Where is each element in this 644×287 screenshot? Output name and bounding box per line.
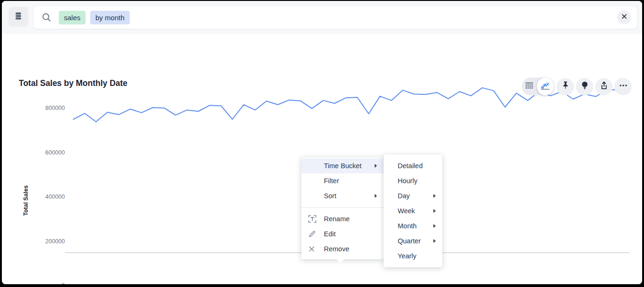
submenu-item-month[interactable]: Month bbox=[384, 218, 442, 233]
menu-divider bbox=[301, 207, 384, 208]
menu-item-label: Yearly bbox=[398, 252, 416, 260]
menu-item-time-bucket[interactable]: Time Bucket bbox=[301, 158, 384, 173]
pin-icon bbox=[560, 80, 571, 93]
y-tick-label: 0 bbox=[27, 282, 65, 285]
chevron-right-icon bbox=[375, 194, 377, 198]
chevron-right-icon bbox=[433, 209, 436, 213]
menu-item-label: Detailed bbox=[398, 162, 423, 170]
top-search-bar: salesby month bbox=[2, 1, 642, 34]
table-view-button[interactable] bbox=[522, 78, 537, 95]
app-window: salesby month Total Sales by Monthly Dat… bbox=[1, 0, 643, 285]
menu-item-label: Edit bbox=[324, 230, 336, 238]
submenu-item-yearly[interactable]: Yearly bbox=[384, 248, 442, 264]
chevron-right-icon bbox=[433, 224, 436, 228]
menu-item-label: Remove bbox=[324, 245, 349, 253]
more-icon bbox=[618, 80, 628, 93]
chevron-right-icon bbox=[433, 239, 436, 243]
clear-search-button[interactable] bbox=[617, 10, 631, 24]
y-tick-label: 200000 bbox=[27, 238, 65, 245]
menu-item-label: Week bbox=[398, 207, 415, 215]
menu-item-label: Time Bucket bbox=[324, 162, 361, 170]
bulb-icon bbox=[580, 80, 590, 93]
pin-button[interactable] bbox=[557, 78, 574, 95]
column-context-menu: Time BucketFilterSortRenameEditRemove bbox=[301, 157, 384, 259]
search-token[interactable]: by month bbox=[90, 11, 130, 24]
menu-item-label: Rename bbox=[324, 215, 350, 223]
menu-item-edit[interactable]: Edit bbox=[301, 226, 384, 241]
submenu-item-day[interactable]: Day bbox=[384, 188, 442, 203]
data-source-button[interactable] bbox=[8, 7, 28, 27]
menu-item-rename[interactable]: Rename bbox=[301, 211, 384, 226]
rename-icon bbox=[308, 215, 316, 223]
submenu-item-hourly[interactable]: Hourly bbox=[384, 173, 442, 188]
pencil-icon bbox=[308, 230, 316, 238]
y-tick-label: 600000 bbox=[27, 149, 65, 156]
menu-item-label: Hourly bbox=[398, 177, 417, 185]
menu-item-label: Month bbox=[398, 222, 416, 230]
close-icon bbox=[621, 13, 628, 22]
search-token[interactable]: sales bbox=[59, 11, 86, 24]
share-button[interactable] bbox=[595, 78, 613, 95]
y-tick-label: 400000 bbox=[27, 194, 65, 200]
insights-button[interactable] bbox=[576, 78, 593, 95]
view-toggle bbox=[522, 78, 554, 95]
chart-view-button[interactable] bbox=[537, 78, 554, 95]
table-view-icon bbox=[525, 81, 534, 92]
menu-item-label: Filter bbox=[324, 177, 339, 185]
chevron-right-icon bbox=[433, 194, 436, 198]
chart-title: Total Sales by Monthly Date bbox=[19, 78, 127, 88]
menu-item-label: Sort bbox=[324, 192, 337, 200]
search-tokens: salesby month bbox=[59, 11, 617, 24]
y-tick-label: 800000 bbox=[27, 105, 65, 111]
database-icon bbox=[14, 11, 23, 23]
menu-item-filter[interactable]: Filter bbox=[301, 173, 384, 188]
share-icon bbox=[599, 80, 609, 93]
menu-item-label: Day bbox=[398, 192, 410, 200]
x-icon bbox=[308, 246, 315, 252]
menu-item-label: Quarter bbox=[398, 237, 421, 245]
chart-view-icon bbox=[540, 80, 550, 93]
search-input[interactable]: salesby month bbox=[33, 6, 637, 29]
y-axis-title: Total Sales bbox=[23, 185, 29, 216]
more-options-button[interactable] bbox=[614, 78, 632, 95]
menu-item-remove[interactable]: Remove bbox=[301, 241, 384, 256]
chart-toolbar bbox=[522, 78, 632, 95]
chevron-right-icon bbox=[375, 164, 377, 168]
menu-item-sort[interactable]: Sort bbox=[301, 188, 384, 203]
submenu-item-quarter[interactable]: Quarter bbox=[384, 233, 442, 248]
submenu-item-detailed[interactable]: Detailed bbox=[384, 158, 442, 173]
search-icon bbox=[41, 12, 52, 23]
submenu-item-week[interactable]: Week bbox=[384, 203, 442, 218]
time-bucket-submenu: DetailedHourlyDayWeekMonthQuarterYearly bbox=[384, 155, 442, 267]
